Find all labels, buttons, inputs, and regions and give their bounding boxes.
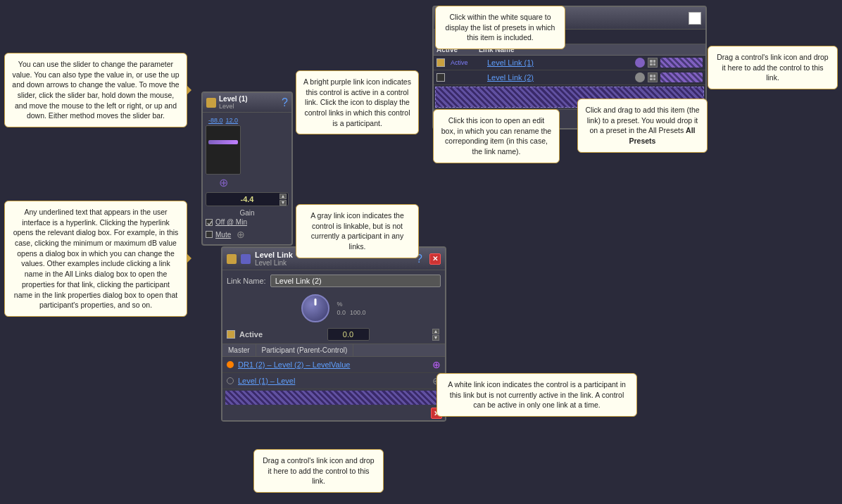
value-display: 0.0 xyxy=(327,328,370,341)
hatch-area xyxy=(660,58,703,68)
white-icon-tip-callout: A white link icon indicates the control … xyxy=(436,373,637,417)
grid-icon[interactable] xyxy=(648,73,658,82)
off-min-checkbox[interactable] xyxy=(206,219,213,226)
db-down-arrow[interactable]: ▼ xyxy=(279,200,287,206)
row-icons xyxy=(635,58,703,68)
ll-title: Level Link xyxy=(255,251,293,259)
db-max-link[interactable]: 12.0 xyxy=(225,117,238,124)
white-icon-tip-text: A white link icon indicates the control … xyxy=(448,380,626,409)
level-control: Level (1) Level ? -88.0 12.0 ⊕ -4.4 xyxy=(201,92,293,246)
ll-close-button[interactable]: ✕ xyxy=(429,253,441,265)
white-square-tip-text: Click within the white square to display… xyxy=(446,13,555,42)
row-icons xyxy=(635,73,703,82)
edit-icon-tip-text: Click this icon to open an edit box, in … xyxy=(441,116,551,156)
participant-row: DR1 (2) – Level (2) – LevelValue ⊕ xyxy=(222,357,445,373)
control-body: -88.0 12.0 ⊕ -4.4 ▲ ▼ Gain xyxy=(203,113,291,244)
master-indicator xyxy=(227,361,234,368)
active-badge: Active xyxy=(451,59,487,66)
db-min-link[interactable]: -88.0 xyxy=(208,117,223,124)
pct-min: 0.0 xyxy=(337,309,346,316)
participant-header: Participant (Parent-Control) xyxy=(256,344,354,356)
purple-link-icon[interactable] xyxy=(635,58,645,68)
link-knob[interactable] xyxy=(301,294,329,322)
ll-footer: ✕ xyxy=(222,406,445,420)
db-value-display: -4.4 ▲ ▼ xyxy=(206,192,289,206)
pct-labels: % 0.0 100.0 xyxy=(337,301,365,316)
off-min-label[interactable]: Off @ Min xyxy=(215,218,247,226)
slider-tip-text: You can use the slider to change the par… xyxy=(12,60,179,120)
presets-white-square[interactable] xyxy=(689,12,701,25)
non-master-indicator xyxy=(227,377,234,384)
db-labels: -88.0 12.0 xyxy=(208,117,238,124)
slider-container: -88.0 12.0 ⊕ xyxy=(206,117,289,189)
preset-tip-callout: Click and drag to add this item (the lin… xyxy=(577,99,708,153)
mute-chain-icon[interactable]: ⊕ xyxy=(237,229,245,240)
db-value-text: -4.4 xyxy=(241,195,254,203)
level-link-dialog: Level Link Level Link ? ✕ Link Name: % 0… xyxy=(221,246,446,422)
master-header: Master xyxy=(222,344,256,356)
ll-star-icon xyxy=(227,254,237,264)
bottom-tip-callout: Drag a control's link icon and drop it h… xyxy=(253,449,384,493)
slider-tip-callout: You can use the slider to change the par… xyxy=(4,53,187,127)
link-name-input[interactable] xyxy=(270,275,441,287)
svg-line-1 xyxy=(209,221,212,225)
active-row: Active 0.0 ▲ ▼ xyxy=(222,325,445,344)
row-checkbox[interactable] xyxy=(436,73,445,82)
slider-track[interactable] xyxy=(206,125,241,175)
pct-unit: % xyxy=(337,301,342,308)
table-row[interactable]: Level Link (2) xyxy=(434,70,705,85)
white-square-tip-callout: Click within the white square to display… xyxy=(435,6,565,49)
preset-tip-text: Click and drag to add this item (the lin… xyxy=(585,106,699,134)
bottom-tip-text: Drag a control's link icon and drop it h… xyxy=(263,456,374,485)
control-titlebar: Level (1) Level ? xyxy=(203,93,291,113)
link-name-label: Link Name: xyxy=(227,277,266,285)
control-star-icon xyxy=(206,98,216,108)
gain-label: Gain xyxy=(206,209,289,217)
table-row[interactable]: Active Level Link (1) xyxy=(434,56,705,70)
hyperlink-tip-text: Any underlined text that appears in the … xyxy=(13,208,179,309)
active-label: Active xyxy=(239,330,263,339)
db-arrows: ▲ ▼ xyxy=(279,193,287,206)
link-name-row: Link Name: xyxy=(222,270,445,291)
drop-zone-levellink[interactable] xyxy=(225,391,442,405)
ll-subtitle: Level Link xyxy=(255,259,293,267)
link-name-cell[interactable]: Level Link (1) xyxy=(487,58,635,67)
purple-icon-tip-text: A bright purple link icon indicates this… xyxy=(303,77,411,127)
grid-icon[interactable] xyxy=(648,58,658,68)
top-right-tip-text: Drag a control's link icon and drop it h… xyxy=(717,53,828,82)
gray-icon-tip-text: A gray link icon indicates the control i… xyxy=(310,211,404,251)
mute-label[interactable]: Mute xyxy=(215,231,231,239)
hatch-area xyxy=(660,73,703,82)
control-title: Level (1) xyxy=(219,95,248,103)
link-chain-icon[interactable]: ⊕ xyxy=(219,176,228,189)
active-checkbox[interactable] xyxy=(227,330,235,339)
participant-link[interactable]: Level (1) – Level xyxy=(238,377,428,385)
value-arrows: ▲ ▼ xyxy=(432,329,439,341)
value-up-arrow[interactable]: ▲ xyxy=(432,329,439,334)
purple-icon-tip-callout: A bright purple link icon indicates this… xyxy=(296,70,419,134)
control-subtitle: Level xyxy=(219,103,248,110)
knob-area: % 0.0 100.0 xyxy=(222,291,445,325)
purple-chain-icon[interactable]: ⊕ xyxy=(432,359,441,370)
row-checkbox[interactable] xyxy=(436,58,445,67)
control-help-icon[interactable]: ? xyxy=(282,96,288,109)
value-down-arrow[interactable]: ▼ xyxy=(432,335,439,341)
participants-header: Master Participant (Parent-Control) xyxy=(222,344,445,357)
pct-max: 100.0 xyxy=(350,309,366,316)
edit-icon-tip-callout: Click this icon to open an edit box, in … xyxy=(433,109,560,163)
link-name-cell[interactable]: Level Link (2) xyxy=(487,73,635,82)
top-right-tip-callout: Drag a control's link icon and drop it h… xyxy=(708,46,838,89)
slider-thumb xyxy=(208,140,238,144)
off-min-row: Off @ Min xyxy=(206,217,289,227)
participant-row: Level (1) – Level ⊕ xyxy=(222,373,445,389)
gray-link-icon[interactable] xyxy=(635,73,645,82)
mute-checkbox[interactable] xyxy=(206,231,213,238)
participant-link[interactable]: DR1 (2) – Level (2) – LevelValue xyxy=(238,360,428,369)
mute-row: Mute ⊕ xyxy=(206,227,289,241)
db-up-arrow[interactable]: ▲ xyxy=(279,194,287,199)
ll-sq-icon xyxy=(241,254,251,264)
gray-icon-tip-callout: A gray link icon indicates the control i… xyxy=(296,204,419,258)
hyperlink-tip-callout: Any underlined text that appears in the … xyxy=(4,201,187,317)
